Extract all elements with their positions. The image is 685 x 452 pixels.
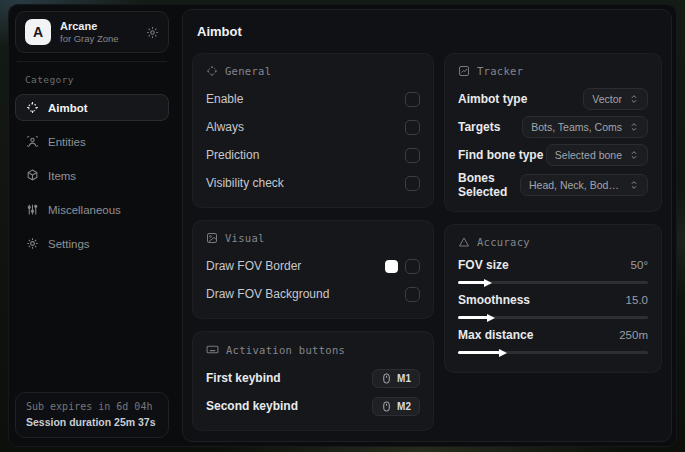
main-panel: Aimbot General Enable: [182, 9, 672, 442]
subscription-card: Sub expires in 6d 04h Session duration 2…: [15, 392, 169, 438]
fov-size-slider[interactable]: [458, 281, 648, 284]
sidebar-item-miscellaneous[interactable]: Miscellaneous: [15, 196, 169, 223]
setting-row-bones-selected: Bones Selected Head, Neck, Body, Pe...: [458, 171, 648, 199]
unfold-icon: [629, 122, 639, 132]
sidebar-item-label: Settings: [48, 238, 90, 250]
cube-icon: [26, 169, 39, 182]
second-keybind-button[interactable]: M2: [372, 397, 420, 416]
setting-row-first-keybind: First keybind M1: [206, 366, 420, 390]
enable-checkbox[interactable]: [405, 92, 420, 107]
crosshair-icon: [206, 65, 218, 77]
fov-size-slider-block: FOV size 50°: [458, 258, 648, 284]
mouse-icon: [381, 401, 392, 412]
bones-selected-dropdown[interactable]: Head, Neck, Body, Pe...: [520, 174, 648, 196]
app-subtitle: for Gray Zone: [60, 33, 119, 44]
section-title: General: [225, 65, 271, 77]
setting-row-enable: Enable: [206, 87, 420, 111]
page-title: Aimbot: [197, 24, 662, 39]
app-logo-card: A Arcane for Gray Zone: [15, 11, 169, 53]
always-checkbox[interactable]: [405, 120, 420, 135]
max-distance-value: 250m: [619, 329, 648, 341]
fov-border-color-swatch[interactable]: [385, 260, 398, 273]
slider-thumb[interactable]: [484, 279, 492, 287]
aimbot-type-dropdown[interactable]: Vector: [583, 88, 648, 110]
app-name: Arcane: [60, 20, 119, 32]
smoothness-slider-block: Smoothness 15.0: [458, 293, 648, 319]
smoothness-slider[interactable]: [458, 316, 648, 319]
activation-buttons-card: Activation buttons First keybind M1: [192, 331, 434, 431]
sidebar-item-entities[interactable]: Entities: [15, 128, 169, 155]
app-window: A Arcane for Gray Zone Category: [8, 4, 677, 447]
unfold-icon: [629, 180, 639, 190]
sidebar-item-aimbot[interactable]: Aimbot: [15, 94, 169, 121]
setting-row-always: Always: [206, 115, 420, 139]
draw-fov-background-checkbox[interactable]: [405, 287, 420, 302]
fov-size-value: 50°: [631, 259, 648, 271]
mouse-icon: [381, 373, 392, 384]
session-duration-text: Session duration 25m 37s: [26, 416, 158, 428]
entities-icon: [26, 135, 39, 148]
setting-row-draw-fov-border: Draw FOV Border: [206, 254, 420, 278]
sidebar-nav: Aimbot Entities: [15, 94, 169, 257]
app-logo: A: [25, 19, 51, 45]
slider-thumb[interactable]: [487, 314, 495, 322]
sidebar-item-settings[interactable]: Settings: [15, 230, 169, 257]
section-title: Tracker: [477, 65, 523, 77]
keyboard-icon: [206, 343, 219, 356]
sidebar-item-label: Entities: [48, 136, 86, 148]
tracker-card: Tracker Aimbot type Vector: [444, 53, 662, 212]
sliders-icon: [26, 203, 39, 216]
sidebar-item-label: Miscellaneous: [48, 204, 121, 216]
max-distance-slider[interactable]: [458, 351, 648, 354]
unfold-icon: [629, 150, 639, 160]
general-card: General Enable Always Prediction: [192, 53, 434, 208]
section-title: Activation buttons: [226, 344, 345, 356]
visibility-check-checkbox[interactable]: [405, 176, 420, 191]
gear-icon[interactable]: [146, 26, 159, 39]
settings-gear-icon: [26, 237, 39, 250]
prediction-checkbox[interactable]: [405, 148, 420, 163]
targets-dropdown[interactable]: Bots, Teams, Coms: [522, 116, 648, 138]
setting-row-draw-fov-background: Draw FOV Background: [206, 282, 420, 306]
sub-expires-text: Sub expires in 6d 04h: [26, 401, 158, 412]
section-title: Visual: [225, 232, 265, 244]
unfold-icon: [629, 94, 639, 104]
setting-row-visibility-check: Visibility check: [206, 171, 420, 195]
triangle-icon: [458, 236, 470, 248]
setting-row-targets: Targets Bots, Teams, Coms: [458, 115, 648, 139]
first-keybind-button[interactable]: M1: [372, 369, 420, 388]
setting-row-prediction: Prediction: [206, 143, 420, 167]
sidebar-divider: [17, 61, 167, 62]
accuracy-card: Accuracy FOV size 50°: [444, 224, 662, 373]
max-distance-slider-block: Max distance 250m: [458, 328, 648, 354]
setting-row-second-keybind: Second keybind M2: [206, 394, 420, 418]
image-icon: [206, 232, 218, 244]
slider-thumb[interactable]: [499, 349, 507, 357]
category-label: Category: [25, 74, 169, 85]
crosshair-icon: [26, 101, 39, 114]
draw-fov-border-checkbox[interactable]: [405, 259, 420, 274]
sidebar-item-items[interactable]: Items: [15, 162, 169, 189]
sidebar-item-label: Items: [48, 170, 76, 182]
visual-card: Visual Draw FOV Border Draw FOV Backgrou…: [192, 220, 434, 319]
tracker-icon: [458, 65, 470, 77]
sidebar-item-label: Aimbot: [48, 102, 88, 114]
setting-row-aimbot-type: Aimbot type Vector: [458, 87, 648, 111]
smoothness-value: 15.0: [626, 294, 648, 306]
setting-row-find-bone-type: Find bone type Selected bone: [458, 143, 648, 167]
sidebar: A Arcane for Gray Zone Category: [9, 5, 175, 446]
section-title: Accuracy: [477, 236, 530, 248]
find-bone-type-dropdown[interactable]: Selected bone: [546, 144, 648, 166]
